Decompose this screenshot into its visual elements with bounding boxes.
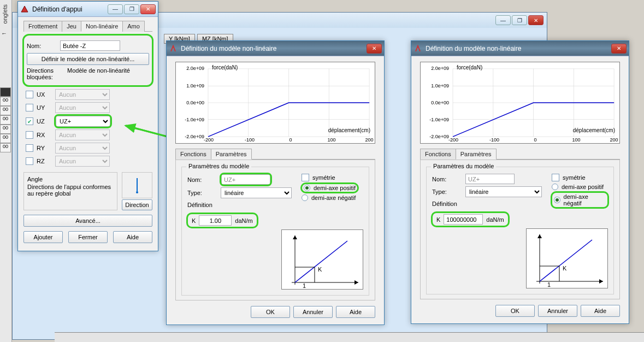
svg-marker-0: [21, 6, 28, 12]
tab-fonctions-a[interactable]: Fonctions: [175, 149, 211, 160]
define-model-button[interactable]: Définir le modèle de non-linéarité...: [27, 53, 149, 65]
radio-pos-a[interactable]: [304, 185, 310, 191]
model-header-label: Modèle de non-linéarité: [67, 67, 130, 74]
direction-preview: [122, 172, 152, 198]
nl-dialog-title-a: Définition du modèle non-linéaire: [181, 45, 367, 52]
cancel-button-b[interactable]: Annuler: [538, 305, 577, 317]
tab-jeu[interactable]: Jeu: [62, 21, 81, 32]
chk-sym-b[interactable]: [552, 174, 559, 181]
k-input-a[interactable]: [199, 215, 232, 226]
angle-text: Directions de l'appui conformes au repèr…: [27, 184, 114, 197]
bg-maximize-button[interactable]: ❐: [512, 15, 527, 25]
left-grid: 00 00 00 00 00 00: [0, 87, 11, 152]
ok-button-a[interactable]: OK: [251, 306, 290, 318]
back-arrow[interactable]: ←: [0, 28, 11, 39]
sel-uy: Aucun: [55, 102, 110, 113]
sel-ry: Aucun: [55, 143, 110, 154]
nl-icon: [169, 44, 178, 53]
radio-neg-a[interactable]: [302, 194, 308, 201]
advanced-button[interactable]: Avancé...: [23, 215, 152, 227]
add-button[interactable]: Ajouter: [23, 231, 63, 243]
support-definition-dialog: Définition d'appui — ❐ ✕ Frottement Jeu …: [17, 1, 158, 251]
chart-a: force(daN) déplacement(cm) 2.0e+09 1.0e+…: [175, 62, 375, 144]
close-button[interactable]: ✕: [140, 4, 156, 14]
support-tabs: Frottement Jeu Non-linéaire Amo: [23, 20, 152, 32]
angle-label: Angle: [27, 176, 114, 182]
chk-rx[interactable]: [26, 131, 33, 139]
bg-minimize-button[interactable]: —: [495, 15, 511, 25]
help-button-b[interactable]: Aide: [581, 305, 620, 317]
direction-button[interactable]: Direction: [122, 199, 152, 210]
tab-fonctions-b[interactable]: Fonctions: [420, 149, 456, 160]
svg-point-2: [136, 191, 138, 193]
chk-sym-a[interactable]: [302, 174, 309, 181]
model-name-a: [221, 174, 270, 185]
tab-parametres-a[interactable]: Paramètres: [211, 149, 252, 160]
tab-frottement[interactable]: Frottement: [23, 21, 62, 32]
help-button-a[interactable]: Aide: [336, 306, 375, 318]
radio-neg-b[interactable]: [554, 197, 560, 203]
close-button-a[interactable]: ✕: [367, 44, 382, 54]
tab-nonlineaire[interactable]: Non-linéaire: [81, 21, 123, 32]
maximize-button[interactable]: ❐: [124, 4, 139, 14]
bottom-strip: [55, 332, 644, 342]
sel-rz: Aucun: [55, 156, 110, 167]
sel-uz[interactable]: UZ+: [56, 116, 110, 127]
chk-rz[interactable]: [26, 157, 33, 165]
bg-close-button[interactable]: ✕: [528, 15, 543, 25]
directions-label: Directions bloquées:: [27, 67, 64, 80]
svg-text:1: 1: [547, 281, 551, 288]
cancel-button-a[interactable]: Annuler: [293, 306, 333, 318]
ok-button-b[interactable]: OK: [495, 305, 535, 317]
svg-line-19: [295, 241, 347, 282]
def-label-a: Définition: [187, 202, 292, 208]
group-title-b: Paramètres du modèle: [431, 163, 496, 169]
model-type-b[interactable]: linéaire: [465, 186, 542, 197]
svg-marker-35: [599, 279, 603, 284]
help-button[interactable]: Aide: [113, 231, 152, 243]
sel-ux: Aucun: [55, 89, 110, 100]
chk-ry[interactable]: [26, 144, 33, 152]
svg-text:K: K: [318, 266, 322, 273]
name-label: Nom:: [27, 43, 57, 49]
chk-uz[interactable]: ✔: [26, 117, 33, 125]
model-name-b: [465, 174, 515, 184]
tab-amo[interactable]: Amo: [122, 21, 145, 32]
chk-ux[interactable]: [26, 91, 33, 98]
law-preview-b: K1: [526, 228, 608, 288]
left-strip: onglets ←: [0, 0, 12, 342]
support-dialog-title: Définition d'appui: [32, 5, 108, 13]
nl-model-dialog-a: Définition du modèle non-linéaire ✕ forc…: [166, 40, 385, 325]
sel-rx: Aucun: [55, 129, 110, 140]
svg-marker-16: [355, 280, 358, 285]
svg-text:1: 1: [303, 282, 306, 289]
model-type-a[interactable]: linéaire: [221, 187, 292, 198]
close-button-b[interactable]: ✕: [611, 44, 627, 54]
nl-model-dialog-b: Définition du modèle non-linéaire ✕ forc…: [411, 40, 629, 324]
svg-marker-18: [293, 235, 297, 239]
svg-line-38: [540, 240, 592, 281]
svg-marker-37: [537, 234, 542, 238]
chart-b: force(daN) déplacement(cm) 2.0e+09 1.0e+…: [420, 62, 620, 144]
close-dialog-button[interactable]: Fermer: [68, 231, 108, 243]
radio-pos-b[interactable]: [552, 184, 558, 190]
tab-parametres-b[interactable]: Paramètres: [456, 149, 497, 160]
chk-uy[interactable]: [26, 104, 33, 111]
vertical-tab-onglets[interactable]: onglets: [0, 0, 10, 28]
law-preview-a: K1: [281, 229, 363, 290]
svg-text:K: K: [563, 265, 567, 272]
group-title-a: Paramètres du modèle: [186, 163, 251, 169]
nl-dialog-title-b: Définition du modèle non-linéaire: [426, 45, 611, 52]
k-input-b[interactable]: [444, 214, 483, 225]
minimize-button[interactable]: —: [108, 4, 123, 14]
nl-icon-b: [413, 44, 422, 53]
def-label-b: Définition: [432, 201, 542, 207]
support-name-input[interactable]: [60, 40, 120, 51]
app-icon: [20, 5, 29, 14]
